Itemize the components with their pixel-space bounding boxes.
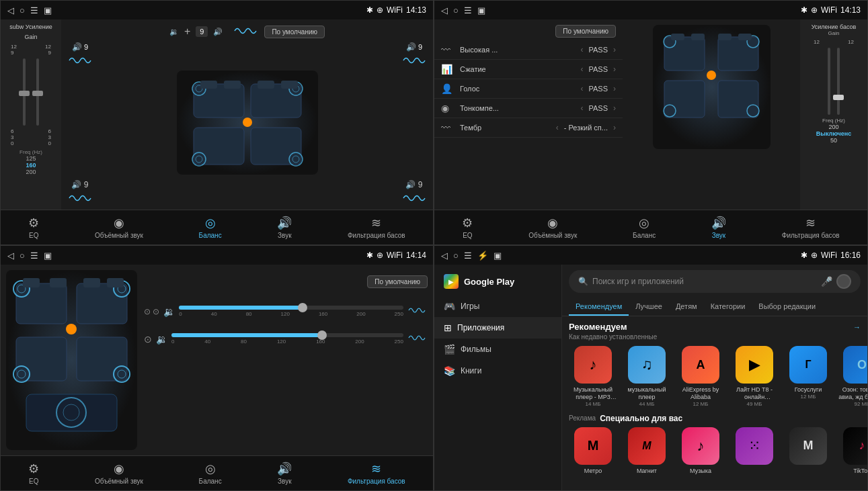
back-icon-q3[interactable]: ◁ (7, 251, 14, 261)
app-card-magnit[interactable]: M Магнит (623, 427, 671, 475)
bluetooth-icon: ✱ (366, 5, 373, 15)
app-card-music3[interactable]: ♪ Музыка (676, 427, 725, 475)
eq-icon: ⚙ (28, 216, 39, 230)
app-name-metro: Метро (584, 467, 602, 475)
nav-balance-q1[interactable]: ◎ Баланс (199, 216, 222, 239)
nav-sound-q1[interactable]: 🔊 Звук (277, 216, 292, 239)
tab-kids[interactable]: Детям (669, 298, 704, 316)
tab-best[interactable]: Лучшее (629, 298, 669, 316)
app-card-music1[interactable]: ♪ Музыкальный плеер - MP3 плеер , Плеер … (569, 346, 617, 407)
preset-btn-q3[interactable]: По умолчанию (367, 275, 428, 288)
search-bar[interactable]: 🔍 Поиск игр и приложений 🎤 (569, 270, 861, 293)
nav-bass-q1[interactable]: ≋ Фильтрация басов (348, 216, 405, 239)
nav-eq-q3[interactable]: ⚙ EQ (28, 461, 39, 485)
car-balance-visual[interactable] (177, 71, 318, 175)
back-icon-q2[interactable]: ◁ (441, 5, 448, 15)
chevron-left-high: ‹ (580, 45, 583, 54)
eq-icon-q2: ⚙ (462, 216, 473, 230)
vol-icon-left: 🔉 (169, 28, 179, 36)
preset-btn-q2[interactable]: По умолчанию (555, 25, 616, 38)
tab-recommended[interactable]: Рекомендуем (569, 298, 629, 316)
app-card-faces[interactable]: ⁙ (730, 427, 779, 475)
app-card-gos[interactable]: Г Госуслуги 12 МБ (784, 346, 832, 407)
audio-balance-panel: ◁ ○ ☰ ▣ ✱ ⊕ WiFi 14:13 subw Усиление Gai… (0, 0, 434, 245)
app-card-oz[interactable]: O Озон: товары, авиа, жд билеты 92 МБ (838, 346, 867, 407)
svg-rect-33 (77, 337, 127, 381)
nav-bass-q2[interactable]: ≋ Фильтрация басов (782, 216, 840, 239)
eq-item-timbre[interactable]: 〰 Тембр ‹ - Резкий сп... › (434, 118, 623, 138)
bass-controls: По умолчанию ⊙ ⊙ 🔉 04080120160200250 (144, 270, 428, 450)
menu-icon-q2[interactable]: ☰ (464, 5, 472, 15)
subw-slider-right[interactable] (36, 58, 39, 126)
preset-button[interactable]: По умолчанию (264, 26, 325, 38)
eq-item-tone[interactable]: ◉ Тонкомпе... ‹ PASS › (434, 99, 623, 118)
mic-icon[interactable]: 🎤 (821, 276, 832, 287)
chevron-right-tone: › (613, 103, 616, 113)
tab-categories[interactable]: Категории (704, 298, 752, 316)
nav-bass-q3[interactable]: ≋ Фильтрация басов (348, 461, 405, 485)
q3-content: По умолчанию ⊙ ⊙ 🔉 04080120160200250 (1, 265, 433, 455)
app-card-tiktok[interactable]: ♪ TikTok (838, 427, 867, 475)
eq-item-voice[interactable]: 👤 Голос ‹ PASS › (434, 79, 623, 99)
svg-rect-3 (251, 128, 301, 165)
timbre-icon: 〰 (441, 122, 455, 133)
eq-label-high: Высокая ... (460, 46, 575, 54)
crossover-icon-1: ⊙ ⊙ (144, 307, 159, 316)
sidebar-item-books[interactable]: 📚 Книги (434, 360, 561, 382)
screenshot-icon-q2[interactable]: ▣ (477, 5, 485, 15)
app-card-ali[interactable]: A AliExpress by Alibaba 12 МБ (676, 346, 725, 407)
nav-eq-q1[interactable]: ⚙ EQ (28, 216, 39, 239)
back-icon-q4[interactable]: ◁ (441, 251, 448, 261)
status-bar-right-q4: ✱ ⊕ WiFi 16:16 (801, 251, 861, 260)
menu-icon-q3[interactable]: ☰ (30, 251, 38, 261)
nav-balance-q2[interactable]: ◎ Баланс (633, 216, 656, 239)
back-icon[interactable]: ◁ (7, 5, 14, 15)
nav-sound-q3[interactable]: 🔊 Звук (277, 461, 292, 485)
car-svg (180, 74, 315, 171)
screenshot-icon-q4[interactable]: ▣ (494, 251, 502, 261)
sidebar-item-games[interactable]: 🎮 Игры (434, 296, 561, 317)
tab-editors[interactable]: Выбор редакции (752, 298, 822, 316)
subw-slider-left[interactable] (23, 58, 26, 126)
nav-surround-q3[interactable]: ◉ Объёмный звук (95, 461, 143, 485)
nav-sound-q2[interactable]: 🔊 Звук (711, 216, 726, 239)
menu-icon-q4[interactable]: ☰ (464, 251, 472, 261)
sidebar-item-apps[interactable]: ⊞ Приложения (434, 317, 561, 339)
bass-gain-sliders (820, 48, 847, 115)
sidebar-item-movies[interactable]: 🎬 Фильмы (434, 339, 561, 360)
home-icon[interactable]: ○ (19, 5, 25, 15)
screenshot-icon-q3[interactable]: ▣ (44, 251, 52, 261)
svg-rect-14 (224, 81, 241, 89)
home-icon-q2[interactable]: ○ (453, 5, 459, 15)
nav-surround-q2[interactable]: ◉ Объёмный звук (528, 216, 577, 239)
usb-icon-q4: ⚡ (477, 251, 488, 261)
car-eq-visual[interactable] (653, 25, 771, 149)
home-icon-q3[interactable]: ○ (19, 251, 25, 261)
menu-icon[interactable]: ☰ (30, 5, 38, 15)
nav-surround-q1[interactable]: ◉ Объёмный звук (95, 216, 143, 239)
nav-eq-q2[interactable]: ⚙ EQ (462, 216, 473, 239)
see-all-btn[interactable]: → (853, 323, 861, 331)
bass-hslider-2[interactable] (171, 333, 403, 337)
bass-hslider-1[interactable] (179, 306, 403, 310)
car-bass-visual[interactable] (6, 270, 137, 450)
screenshot-icon[interactable]: ▣ (44, 5, 52, 15)
app-card-tv[interactable]: ▶ Лайт HD T8 - онлайн бесплатно 49 МБ (730, 346, 779, 407)
user-avatar[interactable] (836, 274, 851, 289)
app-card-music2[interactable]: ♫ музыкальный плеер 44 МБ (623, 346, 671, 407)
app-card-m[interactable]: M (784, 427, 832, 475)
eq-item-high[interactable]: 〰 Высокая ... ‹ PASS › (434, 40, 623, 60)
bass-slider-l[interactable] (828, 48, 830, 115)
minus-btn[interactable]: + (184, 26, 190, 38)
app-card-metro[interactable]: M Метро (569, 427, 617, 475)
app-size-music2: 44 МБ (639, 401, 654, 407)
eq-item-compress[interactable]: 📊 Сжатие ‹ PASS › (434, 60, 623, 79)
nav-sound-label-q2: Звук (712, 232, 726, 239)
bass-icon-q2: ≋ (805, 216, 816, 230)
bass-slider-r[interactable] (837, 48, 840, 115)
freq-section: Freq (Hz) 125 160 200 (19, 149, 42, 175)
home-icon-q4[interactable]: ○ (453, 251, 459, 261)
svg-rect-46 (107, 278, 124, 287)
balance-icon: ◎ (205, 216, 216, 230)
nav-balance-q3[interactable]: ◎ Баланс (199, 461, 222, 485)
